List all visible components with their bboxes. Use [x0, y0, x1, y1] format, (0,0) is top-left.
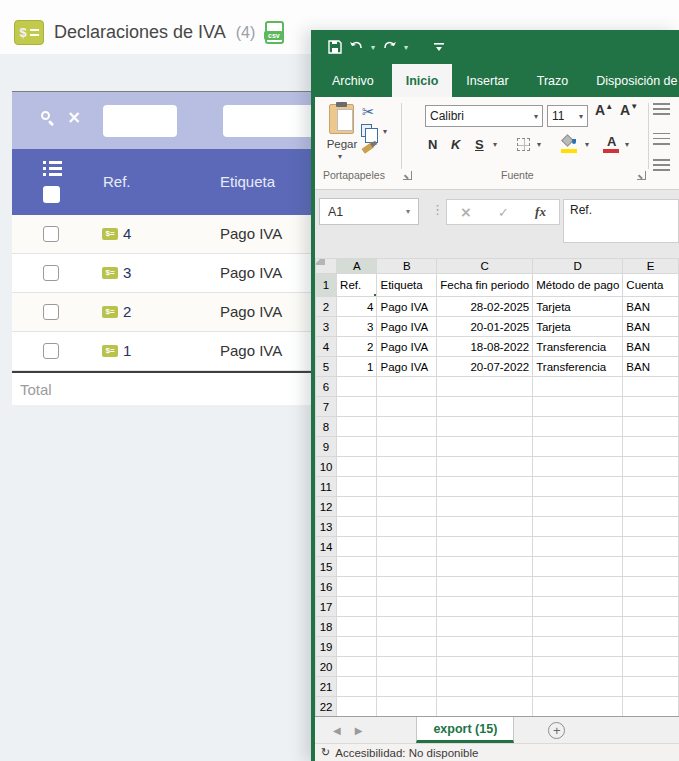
cell-B15[interactable]: [377, 557, 437, 577]
cell-D8[interactable]: [533, 417, 623, 437]
cell-B19[interactable]: [377, 637, 437, 657]
cell-E10[interactable]: [623, 457, 679, 477]
cell-C10[interactable]: [437, 457, 533, 477]
formula-bar-input[interactable]: Ref.: [563, 199, 679, 243]
cell-D11[interactable]: [533, 477, 623, 497]
cell-C22[interactable]: [437, 697, 533, 717]
row-header-10[interactable]: 10: [316, 457, 337, 477]
cell-B22[interactable]: [377, 697, 437, 717]
column-header-ref[interactable]: Ref.: [103, 173, 131, 190]
cell-B11[interactable]: [377, 477, 437, 497]
cell-E16[interactable]: [623, 577, 679, 597]
cell-B4[interactable]: Pago IVA: [377, 337, 437, 357]
underline-button[interactable]: S: [475, 137, 484, 152]
row-header-3[interactable]: 3: [316, 317, 337, 337]
cell-E20[interactable]: [623, 657, 679, 677]
new-sheet-icon[interactable]: +: [548, 722, 565, 739]
cell-E8[interactable]: [623, 417, 679, 437]
cell-E18[interactable]: [623, 617, 679, 637]
decrease-font-icon[interactable]: A▼: [620, 102, 638, 118]
cell-C16[interactable]: [437, 577, 533, 597]
cell-A11[interactable]: [337, 477, 377, 497]
copy-dropdown-icon[interactable]: ▾: [383, 127, 387, 136]
column-header-E[interactable]: E: [623, 259, 679, 274]
undo-dropdown-icon[interactable]: ▾: [371, 43, 375, 52]
paste-button[interactable]: Pegar: [325, 138, 359, 150]
next-sheet-icon[interactable]: ▶: [355, 725, 363, 736]
cell-C13[interactable]: [437, 517, 533, 537]
align-middle-icon[interactable]: [653, 133, 670, 145]
paste-icon[interactable]: [329, 104, 354, 134]
cell-A10[interactable]: [337, 457, 377, 477]
row-header-4[interactable]: 4: [316, 337, 337, 357]
cell-C11[interactable]: [437, 477, 533, 497]
cell-B8[interactable]: [377, 417, 437, 437]
cell-D13[interactable]: [533, 517, 623, 537]
cell-A6[interactable]: [337, 377, 377, 397]
cell-A16[interactable]: [337, 577, 377, 597]
row-checkbox[interactable]: [43, 304, 59, 320]
tab-inicio[interactable]: Inicio: [392, 64, 453, 97]
prev-sheet-icon[interactable]: ◀: [333, 725, 341, 736]
row-header-22[interactable]: 22: [316, 697, 337, 717]
cell-B21[interactable]: [377, 677, 437, 697]
cell-C15[interactable]: [437, 557, 533, 577]
export-csv-icon[interactable]: csv: [265, 21, 284, 44]
cell-E19[interactable]: [623, 637, 679, 657]
cell-B10[interactable]: [377, 457, 437, 477]
font-color-dropdown-icon[interactable]: ▾: [625, 140, 629, 149]
formula-bar-grip[interactable]: ⋮: [431, 202, 444, 217]
cell-D2[interactable]: Tarjeta: [533, 297, 623, 317]
cell-A12[interactable]: [337, 497, 377, 517]
cell-C1[interactable]: Fecha fin periodo: [437, 274, 533, 297]
cell-D10[interactable]: [533, 457, 623, 477]
cell-C9[interactable]: [437, 437, 533, 457]
cell-A3[interactable]: 3: [337, 317, 377, 337]
row-header-11[interactable]: 11: [316, 477, 337, 497]
align-top-icon[interactable]: [653, 103, 670, 115]
cell-E13[interactable]: [623, 517, 679, 537]
cut-icon[interactable]: ✂: [362, 103, 375, 121]
cell-E2[interactable]: BAN: [623, 297, 679, 317]
cell-C21[interactable]: [437, 677, 533, 697]
cell-A4[interactable]: 2: [337, 337, 377, 357]
format-painter-icon[interactable]: [361, 142, 374, 154]
confirm-entry-icon[interactable]: ✓: [498, 205, 509, 220]
cell-E11[interactable]: [623, 477, 679, 497]
cell-E15[interactable]: [623, 557, 679, 577]
cell-D21[interactable]: [533, 677, 623, 697]
cell-E21[interactable]: [623, 677, 679, 697]
cell-A22[interactable]: [337, 697, 377, 717]
fill-color-dropdown-icon[interactable]: ▾: [585, 140, 589, 149]
column-header-D[interactable]: D: [533, 259, 623, 274]
tab-insertar[interactable]: Insertar: [452, 64, 522, 97]
cell-B1[interactable]: Etiqueta: [377, 274, 437, 297]
undo-icon[interactable]: [349, 41, 364, 54]
select-all-cells-corner[interactable]: [316, 259, 337, 274]
cell-B6[interactable]: [377, 377, 437, 397]
tab-archivo[interactable]: Archivo: [315, 64, 388, 97]
cell-D15[interactable]: [533, 557, 623, 577]
sheet-tab-export[interactable]: export (15): [416, 717, 514, 743]
cell-E1[interactable]: Cuenta: [623, 274, 679, 297]
filter-ref-input[interactable]: [103, 105, 177, 137]
row-checkbox[interactable]: [43, 226, 59, 242]
row-header-15[interactable]: 15: [316, 557, 337, 577]
cell-B20[interactable]: [377, 657, 437, 677]
cell-A2[interactable]: 4: [337, 297, 377, 317]
cell-C12[interactable]: [437, 497, 533, 517]
copy-icon[interactable]: [361, 124, 372, 137]
cell-B7[interactable]: [377, 397, 437, 417]
cell-D20[interactable]: [533, 657, 623, 677]
cell-A9[interactable]: [337, 437, 377, 457]
cell-A21[interactable]: [337, 677, 377, 697]
row-header-7[interactable]: 7: [316, 397, 337, 417]
cell-A5[interactable]: 1: [337, 357, 377, 377]
list-fields-icon[interactable]: [43, 161, 62, 176]
row-header-5[interactable]: 5: [316, 357, 337, 377]
column-header-B[interactable]: B: [377, 259, 437, 274]
insert-function-icon[interactable]: fx: [535, 204, 546, 220]
redo-dropdown-icon[interactable]: ▾: [404, 43, 408, 52]
cell-D6[interactable]: [533, 377, 623, 397]
paste-dropdown-icon[interactable]: ▾: [338, 152, 342, 161]
